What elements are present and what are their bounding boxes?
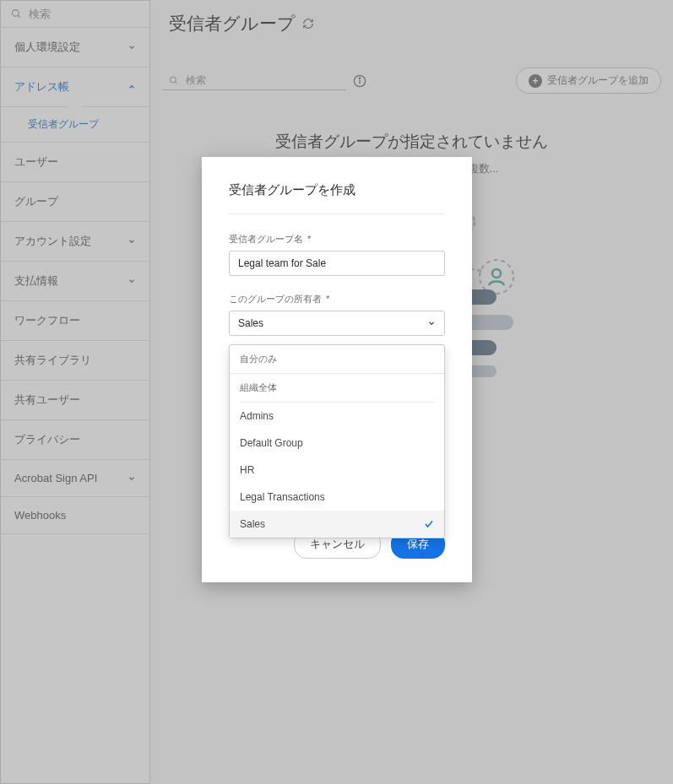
- check-icon: [424, 519, 434, 529]
- dropdown-option[interactable]: Default Group: [230, 430, 444, 457]
- create-recipient-group-modal: 受信者グループを作成 受信者グループ名 * このグループの所有者 * Sales…: [202, 157, 472, 582]
- dropdown-option-label: Default Group: [240, 437, 303, 449]
- dropdown-option[interactable]: Admins: [230, 403, 444, 430]
- dropdown-option[interactable]: Legal Transactions: [230, 484, 444, 511]
- select-value: Sales: [238, 317, 263, 329]
- owner-dropdown: 自分のみ組織全体AdminsDefault GroupHRLegal Trans…: [229, 344, 445, 538]
- group-owner-label: このグループの所有者 *: [229, 293, 445, 305]
- dropdown-option-label: Admins: [240, 410, 274, 422]
- chevron-down-icon: [427, 319, 436, 327]
- dropdown-option[interactable]: 組織全体: [240, 374, 434, 403]
- group-owner-select[interactable]: Sales: [229, 311, 445, 336]
- dropdown-option[interactable]: HR: [230, 457, 444, 484]
- group-name-label: 受信者グループ名 *: [229, 233, 445, 246]
- dropdown-option-label: Sales: [240, 518, 265, 530]
- dropdown-option[interactable]: 自分のみ: [230, 345, 444, 374]
- group-name-input[interactable]: [229, 251, 445, 276]
- dropdown-option-label: Legal Transactions: [240, 491, 325, 503]
- dropdown-option-label: HR: [240, 464, 254, 476]
- modal-title: 受信者グループを作成: [229, 182, 445, 214]
- dropdown-option[interactable]: Sales: [230, 511, 444, 538]
